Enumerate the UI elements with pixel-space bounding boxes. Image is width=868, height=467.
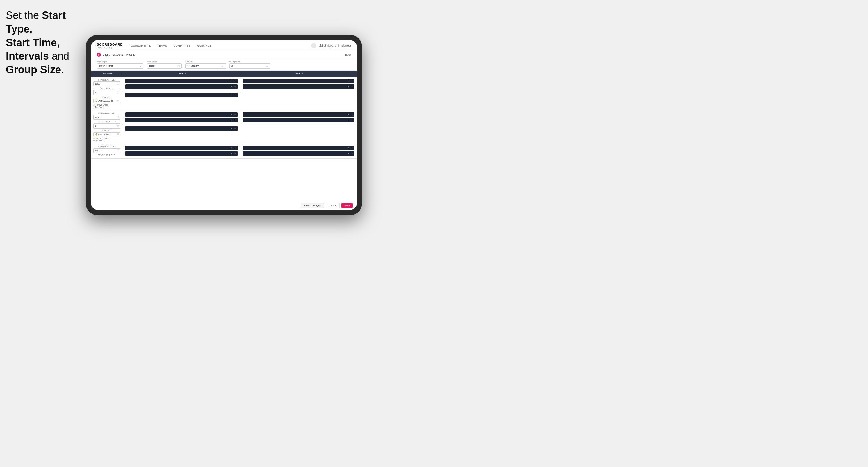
start-time-group: Start Time 10:00 🕙 [147, 60, 182, 69]
nav-teams[interactable]: TEAMS [157, 44, 168, 47]
chevron-down-icon-3: ⌄ [266, 65, 268, 67]
tee-row-group-3: STARTING TIME: 10:20 ⓘ STARTING HOLE: ✕ … [91, 144, 357, 159]
tee-row-group-2: STARTING TIME: 10:10 ⓘ STARTING HOLE: 1 … [91, 111, 357, 144]
start-type-select[interactable]: 1st Tee Start ⌄ [97, 63, 143, 69]
more-icon-21[interactable]: ⋯ [351, 80, 353, 82]
left-panel-1: STARTING TIME: 10:00 ⓘ STARTING HOLE: 1 … [91, 77, 123, 110]
expand-icon-51[interactable]: ✕ [231, 147, 232, 149]
more-icon[interactable]: ⋯ [234, 80, 236, 82]
header-team1: Team 1 [123, 71, 240, 77]
reset-changes-button[interactable]: Reset Changes [301, 203, 324, 208]
expand-icon-41[interactable]: ✕ [348, 114, 349, 116]
group-size-select[interactable]: 3 ⌄ [229, 63, 270, 69]
player-row-2-1: ✕ ⋯ [243, 79, 355, 84]
chevron-down-icon-2: ⌄ [222, 65, 224, 67]
chevron-down-icon: ⌄ [139, 65, 141, 67]
stepper-arrows-1[interactable]: ▲▼ [117, 91, 119, 94]
stepper-arrows-2[interactable]: ▲▼ [117, 124, 119, 128]
expand-icon-42[interactable]: ✕ [348, 119, 349, 121]
starting-time-input-2[interactable]: 10:10 ⓘ [93, 115, 120, 120]
starting-hole-input-2[interactable]: 1 ▲▼ [93, 123, 120, 128]
more-icon-61[interactable]: ⋯ [351, 147, 353, 149]
remove-course-icon-1[interactable]: ✕ [117, 100, 119, 102]
more-icon-62[interactable]: ⋯ [351, 152, 353, 155]
course-player-row-2: ✕ ⋯ [125, 126, 238, 131]
more-icon-42[interactable]: ⋯ [351, 119, 353, 121]
start-time-select[interactable]: 10:00 🕙 [147, 63, 182, 69]
expand-icon-61[interactable]: ✕ [348, 147, 349, 149]
player-row-6-2: ✕ ⋯ [243, 151, 355, 156]
course-label-1: COURSE: [93, 96, 120, 98]
cancel-button[interactable]: Cancel [326, 203, 340, 208]
back-button[interactable]: Back [343, 53, 351, 56]
player-actions-42: ✕ ⋯ [348, 119, 353, 121]
player-row-1-1: ✕ ⋯ [125, 79, 238, 84]
starting-time-input-3[interactable]: 10:20 ⓘ [93, 148, 120, 153]
tablet-device: SCOREBOARD Powered by clipp... TOURNAMEN… [86, 35, 362, 215]
player-actions-31: ✕ ⋯ [231, 114, 236, 116]
starting-hole-input-1[interactable]: 1 ▲▼ [93, 90, 120, 95]
course-label-2: COURSE: [93, 130, 120, 132]
group-size-value: 3 [231, 65, 233, 67]
add-group-2[interactable]: + Add Group [93, 139, 120, 142]
team1-course-row-1: ✕ ⋯ [123, 91, 240, 99]
expand-icon[interactable]: ✕ [231, 80, 232, 82]
course-name-1: (A) Peachtree GC [98, 100, 114, 102]
remove-course-icon-2[interactable]: ✕ [117, 133, 119, 135]
save-button[interactable]: Save [341, 203, 353, 208]
course-tag-1: ⛳ (A) Peachtree GC ✕ [93, 99, 120, 103]
intervals-select[interactable]: 10 Minutes ⌄ [185, 63, 226, 69]
expand-icon-31[interactable]: ✕ [231, 114, 232, 116]
header-tee-time: Tee Time [91, 71, 123, 77]
nav-separator: | [339, 44, 339, 47]
expand-icon-22[interactable]: ✕ [348, 86, 349, 88]
course-icon-2: ⛳ [95, 133, 97, 135]
expand-icon-62[interactable]: ✕ [348, 152, 349, 155]
navbar: SCOREBOARD Powered by clipp... TOURNAMEN… [91, 40, 357, 51]
user-avatar [311, 43, 316, 48]
expand-icon-c2[interactable]: ✕ [231, 127, 232, 130]
user-email: blair@clippd.io [319, 44, 336, 47]
player-actions-61: ✕ ⋯ [348, 147, 353, 149]
start-type-label: Start Type [97, 60, 143, 63]
intervals-label: Intervals [185, 60, 226, 63]
info-icon-1: ⓘ [117, 82, 119, 85]
add-group-1[interactable]: + Add Group [93, 106, 120, 108]
course-icon-1: ⛳ [95, 100, 97, 102]
starting-hole-label-1: STARTING HOLE: [93, 87, 120, 89]
table-header: Tee Time Team 1 Team 2 [91, 71, 357, 77]
player-actions: ✕ ⋯ [231, 80, 236, 82]
nav-committee[interactable]: COMMITTEE [173, 44, 191, 47]
header-team2: Team 2 [240, 71, 357, 77]
starting-time-input-1[interactable]: 10:00 ⓘ [93, 82, 120, 86]
more-icon-51[interactable]: ⋯ [234, 147, 236, 149]
more-icon-c2[interactable]: ⋯ [234, 127, 236, 130]
more-icon-32[interactable]: ⋯ [234, 119, 236, 121]
expand-icon-32[interactable]: ✕ [231, 119, 232, 121]
nav-tournaments[interactable]: TOURNAMENTS [128, 44, 152, 47]
team2-col-1: ✕ ⋯ ✕ ⋯ [240, 77, 357, 91]
expand-icon-21[interactable]: ✕ [348, 80, 349, 82]
player-row-1-2: ✕ ⋯ [125, 84, 238, 89]
expand-icon-2[interactable]: ✕ [231, 86, 232, 88]
more-icon-2[interactable]: ⋯ [234, 86, 236, 88]
more-icon-22[interactable]: ⋯ [351, 86, 353, 88]
nav-rankings[interactable]: RANKINGS [196, 44, 212, 47]
tablet-screen: SCOREBOARD Powered by clipp... TOURNAMEN… [91, 40, 357, 210]
sign-out-link[interactable]: Sign out [341, 44, 351, 47]
more-icon-c1[interactable]: ⋯ [234, 94, 236, 96]
breadcrumb-tournament[interactable]: Clippd Invitational [103, 53, 123, 56]
expand-icon-c1[interactable]: ✕ [231, 94, 232, 96]
breadcrumb-separator: › [124, 53, 125, 56]
app-icon: C [97, 53, 101, 57]
player-row-4-2: ✕ ⋯ [243, 118, 355, 122]
remove-group-1[interactable]: ○ Remove Group [93, 104, 120, 106]
team1-col-2: ✕ ⋯ ✕ ⋯ [123, 111, 240, 124]
more-icon-41[interactable]: ⋯ [351, 114, 353, 116]
more-icon-52[interactable]: ⋯ [234, 152, 236, 155]
remove-group-2[interactable]: ○ Remove Group [93, 137, 120, 139]
more-icon-31[interactable]: ⋯ [234, 114, 236, 116]
expand-icon-52[interactable]: ✕ [231, 152, 232, 155]
instruction-text: Set the Start Type,Start Time,Intervals … [6, 9, 90, 77]
starting-hole-label-3: STARTING HOLE: [93, 154, 120, 156]
